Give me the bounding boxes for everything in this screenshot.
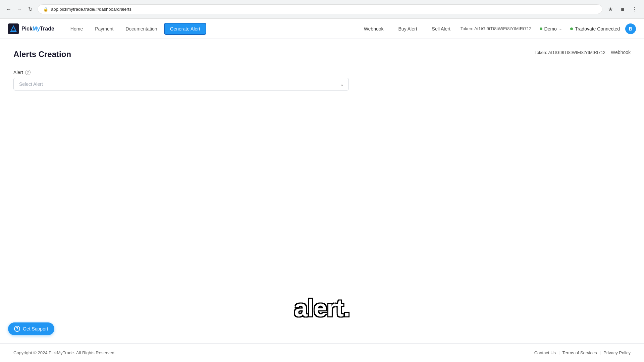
tradovate-dot [570,27,573,30]
page-title: Alerts Creation [13,50,71,59]
support-circle-icon: ? [14,326,20,332]
tradovate-status: Tradovate Connected [570,26,620,32]
watermark-text: alert. [294,295,350,321]
help-icon[interactable]: ? [25,70,31,75]
watermark: alert. [294,294,350,322]
footer: Copyright © 2024 PickMyTrade. All Rights… [0,343,644,362]
page-webhook-link[interactable]: Webhook [611,50,631,55]
nav-generate-alert[interactable]: Generate Alert [164,23,206,35]
browser-chrome: ← → ↻ 🔒 app.pickmytrade.trade/#/dashboar… [0,0,644,19]
connection-status[interactable]: Demo ⌄ [537,25,565,33]
alert-field: Alert ? Select Alert ⌄ [13,70,349,90]
demo-label: Demo [544,26,557,32]
forward-button[interactable]: → [15,5,24,14]
logo[interactable]: PickMyTrade [8,23,54,34]
lock-icon: 🔒 [43,7,48,12]
nav-payment[interactable]: Payment [90,23,119,34]
tradovate-label: Tradovate Connected [575,26,620,32]
terms-of-services-link[interactable]: Terms of Services [562,350,597,355]
footer-links: Contact Us | Terms of Services | Privacy… [534,350,631,355]
page-token: Token: At1tGt9tTt8tWtEt8tYtMtRt712 [534,50,605,55]
support-label: Get Support [23,326,48,331]
header-token: Token: At1tGt9tTt8tWtEt8tYtMtRt712 [461,26,532,31]
logo-text: PickMyTrade [21,26,54,32]
user-avatar[interactable]: B [625,23,636,34]
get-support-button[interactable]: ? Get Support [8,322,54,335]
back-button[interactable]: ← [4,5,13,14]
header-right: Webhook Buy Alert Sell Alert Token: At1t… [359,23,636,34]
main-nav: Home Payment Documentation Generate Aler… [65,23,206,35]
contact-us-link[interactable]: Contact Us [534,350,556,355]
address-bar[interactable]: 🔒 app.pickmytrade.trade/#/dashboard/aler… [38,4,602,14]
buy-alert-button[interactable]: Buy Alert [394,24,422,34]
refresh-button[interactable]: ↻ [25,5,35,14]
alert-label: Alert ? [13,70,349,75]
privacy-policy-link[interactable]: Privacy Policy [603,350,631,355]
more-options-icon[interactable]: ⋮ [629,4,640,15]
browser-nav-buttons: ← → ↻ [4,5,35,14]
sell-alert-button[interactable]: Sell Alert [427,24,455,34]
bookmark-icon[interactable]: ★ [605,4,616,15]
alert-select[interactable]: Select Alert [13,78,349,90]
chevron-down-icon: ⌄ [559,26,562,31]
header-left: PickMyTrade Home Payment Documentation G… [8,23,206,35]
footer-copyright: Copyright © 2024 PickMyTrade. All Rights… [13,350,116,355]
url-text: app.pickmytrade.trade/#/dashboard/alerts [51,7,131,12]
alert-select-wrapper: Select Alert ⌄ [13,78,349,90]
status-dot [540,27,542,30]
page-header: Alerts Creation Token: At1tGt9tTt8tWtEt8… [13,50,631,59]
nav-documentation[interactable]: Documentation [120,23,162,34]
page-header-right: Token: At1tGt9tTt8tWtEt8tYtMtRt712 Webho… [534,50,631,55]
separator-2: | [600,350,601,355]
logo-icon [8,23,19,34]
alert-form: Alert ? Select Alert ⌄ [13,70,349,90]
webhook-button[interactable]: Webhook [359,24,388,34]
svg-rect-0 [8,23,19,34]
browser-actions: ★ ■ ⋮ [605,4,640,15]
extensions-icon[interactable]: ■ [617,4,628,15]
nav-home[interactable]: Home [65,23,88,34]
app-header: PickMyTrade Home Payment Documentation G… [0,19,644,39]
separator-1: | [558,350,559,355]
